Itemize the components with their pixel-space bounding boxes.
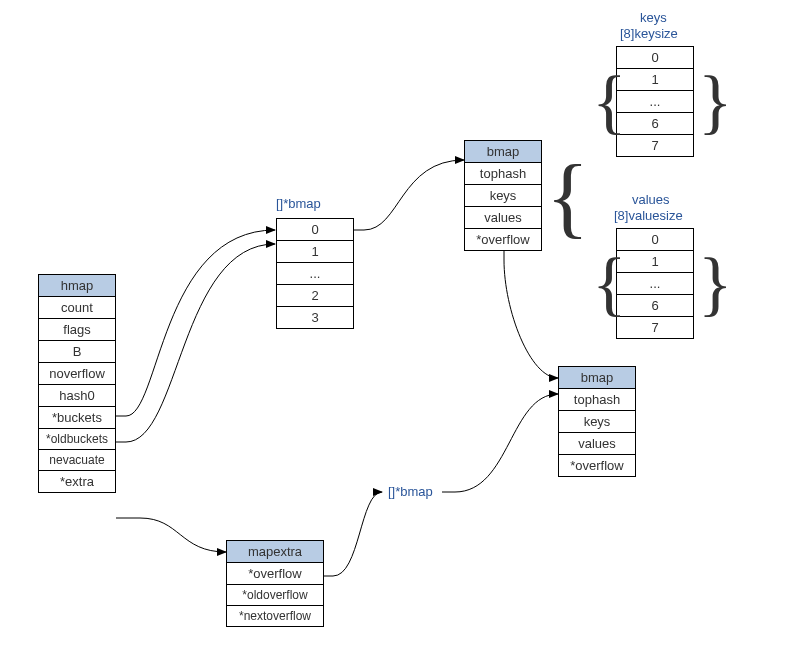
bmap-array-row: 0 [277,219,353,241]
keys-title-2: [8]keysize [620,26,678,41]
bmap-array-row: ... [277,263,353,285]
brace-icon: { [592,242,627,325]
values-title-2: [8]valuesize [614,208,683,223]
hmap-field: *buckets [39,407,115,429]
bmap-array1-title: []*bmap [276,196,321,211]
bmap2-field: values [559,433,635,455]
hmap-struct: hmap count flags B noverflow hash0 *buck… [38,274,116,493]
values-title-1: values [632,192,670,207]
values-row: ... [617,273,693,295]
bmap1-struct: bmap tophash keys values *overflow [464,140,542,251]
bmap-array-row: 2 [277,285,353,307]
bmap1-field: values [465,207,541,229]
hmap-field: hash0 [39,385,115,407]
brace-icon: { [546,145,589,248]
bmap-array-row: 1 [277,241,353,263]
values-row: 7 [617,317,693,338]
bmap-array1: 0 1 ... 2 3 [276,218,354,329]
hmap-field: nevacuate [39,450,115,471]
bmap2-field: keys [559,411,635,433]
hmap-field: flags [39,319,115,341]
values-row: 1 [617,251,693,273]
bmap2-struct: bmap tophash keys values *overflow [558,366,636,477]
hmap-field: *extra [39,471,115,492]
bmap-array-row: 3 [277,307,353,328]
values-array: 0 1 ... 6 7 [616,228,694,339]
hmap-field: B [39,341,115,363]
brace-icon: } [698,242,733,325]
bmap2-field: tophash [559,389,635,411]
values-row: 0 [617,229,693,251]
mapextra-field: *nextoverflow [227,606,323,626]
keys-row: 0 [617,47,693,69]
bmap1-field: keys [465,185,541,207]
mapextra-head: mapextra [227,541,323,563]
bmap2-head: bmap [559,367,635,389]
bmap1-field: tophash [465,163,541,185]
hmap-field: *oldbuckets [39,429,115,450]
values-row: 6 [617,295,693,317]
hmap-field: count [39,297,115,319]
brace-icon: { [592,60,627,143]
keys-row: 7 [617,135,693,156]
bmap-array2-title: []*bmap [388,484,433,499]
keys-row: 1 [617,69,693,91]
mapextra-field: *oldoverflow [227,585,323,606]
keys-row: 6 [617,113,693,135]
keys-array: 0 1 ... 6 7 [616,46,694,157]
bmap1-head: bmap [465,141,541,163]
mapextra-field: *overflow [227,563,323,585]
bmap2-field: *overflow [559,455,635,476]
bmap1-field: *overflow [465,229,541,250]
hmap-head: hmap [39,275,115,297]
mapextra-struct: mapextra *overflow *oldoverflow *nextove… [226,540,324,627]
hmap-field: noverflow [39,363,115,385]
keys-row: ... [617,91,693,113]
brace-icon: } [698,60,733,143]
keys-title-1: keys [640,10,667,25]
